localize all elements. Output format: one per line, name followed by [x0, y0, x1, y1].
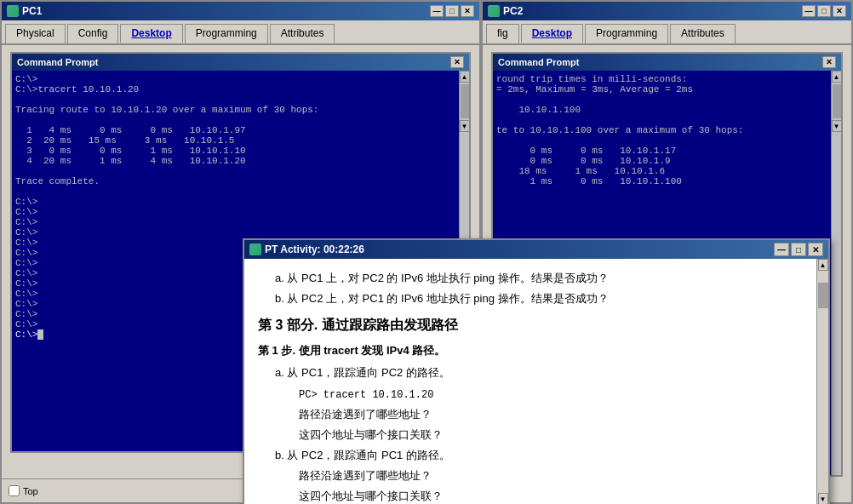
- step1a-label: a. 从 PC1，跟踪通向 PC2 的路径。: [275, 364, 815, 382]
- pc2-maximize-btn[interactable]: □: [817, 5, 831, 17]
- scrollbar-up-btn[interactable]: ▲: [460, 71, 470, 83]
- pc2-cmd-line-4: [496, 115, 827, 125]
- step1b-q1: 路径沿途遇到了哪些地址？: [299, 467, 815, 485]
- cmd-line-8: 4 20 ms 1 ms 4 ms 10.10.1.20: [15, 156, 455, 166]
- pc1-cmd-controls: ✕: [450, 56, 464, 68]
- activity-maximize-btn[interactable]: □: [791, 243, 806, 256]
- activity-window: PT Activity: 00:22:26 — □ ✕ a. 从 PC1 上，对…: [243, 238, 830, 504]
- top-checkbox[interactable]: [9, 485, 20, 496]
- activity-minimize-btn[interactable]: —: [774, 243, 789, 256]
- step1a-q2: 这四个地址与哪个接口关联？: [299, 426, 815, 444]
- pc2-tab-desktop[interactable]: Desktop: [521, 24, 583, 43]
- activity-icon: [249, 243, 261, 255]
- cmd-line-10: Trace complete.: [15, 176, 455, 186]
- pc1-close-btn[interactable]: ✕: [461, 5, 474, 17]
- pc2-title: PC2: [503, 5, 523, 17]
- pc2-cmd-line-3: 10.10.1.100: [496, 105, 827, 115]
- pc1-cmd-close-btn[interactable]: ✕: [450, 56, 464, 68]
- pc2-cmd-line-7: 0 ms 0 ms 10.10.1.17: [496, 146, 827, 156]
- step1b-q2: 这四个地址与哪个接口关联？: [299, 487, 815, 504]
- activity-content: a. 从 PC1 上，对 PC2 的 IPv6 地址执行 ping 操作。结果是…: [244, 259, 828, 504]
- pc1-titlebar-controls: — □ ✕: [430, 5, 474, 17]
- pc2-tab-bar: fig Desktop Programming Attributes: [483, 20, 851, 45]
- cmd-line-9: [15, 166, 455, 176]
- pc2-cmd-line-2: [496, 94, 827, 105]
- top-label: Top: [23, 486, 38, 496]
- pc1-tab-bar: Physical Config Desktop Programming Attr…: [2, 20, 479, 45]
- activity-item-a: a. 从 PC1 上，对 PC2 的 IPv6 地址执行 ping 操作。结果是…: [275, 269, 815, 288]
- activity-close-btn[interactable]: ✕: [808, 243, 823, 256]
- activity-scrollbar[interactable]: ▲ ▼: [816, 259, 828, 504]
- pc1-cmd-titlebar: Command Prompt ✕: [12, 54, 469, 71]
- pc2-cmd-controls: ✕: [822, 56, 836, 68]
- tab-physical[interactable]: Physical: [5, 24, 66, 43]
- pc2-cmd-titlebar: Command Prompt ✕: [493, 54, 841, 71]
- pc1-maximize-btn[interactable]: □: [445, 5, 459, 17]
- tab-attributes[interactable]: Attributes: [270, 24, 335, 43]
- tab-desktop[interactable]: Desktop: [120, 24, 182, 43]
- activity-scroll-thumb[interactable]: [818, 283, 828, 308]
- activity-title: PT Activity: 00:22:26: [265, 243, 364, 255]
- pc2-cmd-line-9: 18 ms 1 ms 10.10.1.6: [496, 166, 827, 176]
- pc2-cmd-line-6: [496, 135, 827, 146]
- pc2-titlebar-controls: — □ ✕: [802, 5, 846, 17]
- step1a-q1: 路径沿途遇到了哪些地址？: [299, 405, 815, 424]
- cmd-line-12: C:\>: [15, 197, 455, 207]
- scrollbar-down-btn[interactable]: ▼: [460, 120, 470, 132]
- cmd-line-1: C:\>tracert 10.10.1.20: [15, 84, 455, 94]
- activity-controls: — □ ✕: [774, 243, 823, 256]
- cmd-line-5: 1 4 ms 0 ms 0 ms 10.10.1.97: [15, 125, 455, 135]
- pc2-cmd-line-1: = 2ms, Maximum = 3ms, Average = 2ms: [496, 84, 827, 94]
- cmd-line-15: C:\>: [15, 227, 455, 238]
- pc2-cmd-scrollbar[interactable]: ▲ ▼: [831, 71, 841, 475]
- pc2-titlebar: PC2 — □ ✕: [483, 2, 851, 20]
- step1-title: 第 1 步. 使用 tracert 发现 IPv4 路径。: [258, 341, 815, 360]
- pc1-title: PC1: [22, 5, 42, 17]
- pc1-minimize-btn[interactable]: —: [430, 5, 444, 17]
- pc1-icon: [7, 5, 19, 17]
- tab-config[interactable]: Config: [67, 24, 119, 43]
- pc2-scrollbar-thumb[interactable]: [833, 84, 841, 118]
- scrollbar-thumb[interactable]: [461, 84, 469, 118]
- pc2-tab-programming[interactable]: Programming: [585, 24, 668, 43]
- activity-inner: a. 从 PC1 上，对 PC2 的 IPv6 地址执行 ping 操作。结果是…: [244, 259, 828, 504]
- cmd-line-6: 2 20 ms 15 ms 3 ms 10.10.1.5: [15, 135, 455, 146]
- pc2-scrollbar-up-btn[interactable]: ▲: [832, 71, 842, 83]
- activity-item-b: b. 从 PC2 上，对 PC1 的 IPv6 地址执行 ping 操作。结果是…: [275, 289, 815, 308]
- cmd-line-2: [15, 94, 455, 105]
- pc2-icon: [488, 5, 500, 17]
- pc1-top-checkbox-area: Top: [9, 485, 38, 496]
- pc2-close-btn[interactable]: ✕: [833, 5, 846, 17]
- cmd-line-11: [15, 186, 455, 197]
- cmd-line-4: [15, 115, 455, 125]
- pc2-cmd-line-0: round trip times in milli-seconds:: [496, 74, 827, 84]
- section3-title: 第 3 部分. 通过跟踪路由发现路径: [258, 313, 815, 336]
- pc1-titlebar: PC1 — □ ✕: [2, 2, 479, 20]
- pc2-cmd-title: Command Prompt: [498, 57, 579, 67]
- cmd-line-14: C:\>: [15, 217, 455, 227]
- cmd-line-13: C:\>: [15, 207, 455, 217]
- pc2-cmd-line-10: 1 ms 0 ms 10.10.1.100: [496, 176, 827, 186]
- activity-titlebar: PT Activity: 00:22:26 — □ ✕: [244, 240, 828, 259]
- step1a-code: PC> tracert 10.10.1.20: [299, 385, 815, 404]
- activity-scroll-down[interactable]: ▼: [818, 493, 828, 504]
- pc2-cmd-close-btn[interactable]: ✕: [822, 56, 836, 68]
- step1b-label: b. 从 PC2，跟踪通向 PC1 的路径。: [275, 446, 815, 465]
- pc1-cmd-title: Command Prompt: [17, 57, 98, 67]
- pc2-cmd-line-8: 0 ms 0 ms 10.10.1.9: [496, 156, 827, 166]
- cmd-line-0: C:\>: [15, 74, 455, 84]
- tab-programming[interactable]: Programming: [185, 24, 268, 43]
- activity-scroll-up[interactable]: ▲: [818, 259, 828, 271]
- pc2-scrollbar-down-btn[interactable]: ▼: [832, 120, 842, 132]
- cmd-line-3: Tracing route to 10.10.1.20 over a maxim…: [15, 105, 455, 115]
- pc2-tab-fig[interactable]: fig: [486, 24, 519, 43]
- pc2-cmd-line-5: te to 10.10.1.100 over a maximum of 30 h…: [496, 125, 827, 135]
- cmd-line-7: 3 0 ms 0 ms 1 ms 10.10.1.10: [15, 146, 455, 156]
- pc2-tab-attributes[interactable]: Attributes: [670, 24, 736, 43]
- pc2-minimize-btn[interactable]: —: [802, 5, 816, 17]
